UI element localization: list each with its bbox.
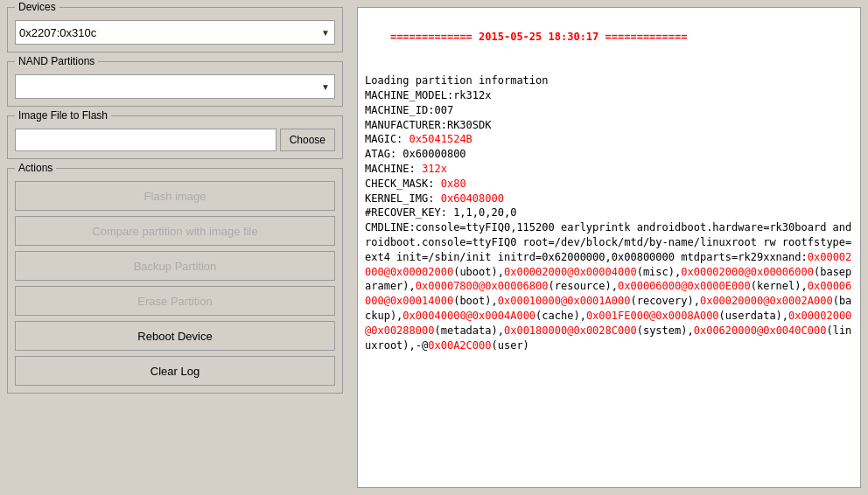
- cmdline-highlight-8: 0x00020000@0x0002A000: [700, 295, 833, 307]
- left-panel: Devices 0x2207:0x310c NAND Partitions Im…: [0, 0, 350, 495]
- devices-select[interactable]: 0x2207:0x310c: [15, 20, 335, 45]
- image-file-group: Image File to Flash Choose: [7, 115, 343, 159]
- image-file-label: Image File to Flash: [15, 109, 111, 122]
- clear-log-button[interactable]: Clear Log: [15, 356, 335, 386]
- devices-label: Devices: [15, 1, 60, 13]
- image-file-row: Choose: [15, 129, 335, 151]
- magic-value: 0x5041524B: [410, 133, 472, 145]
- cmdline-highlight-4: 0x00007800@0x00006800: [416, 280, 549, 292]
- reboot-device-button[interactable]: Reboot Device: [15, 321, 335, 351]
- cmdline-highlight-9: 0x00040000@0x0004A000: [402, 310, 536, 322]
- log-line-0: Loading partition information MACHINE_MO…: [365, 59, 853, 352]
- nand-partitions-label: NAND Partitions: [15, 55, 98, 67]
- cmdline-highlight-3: 0x00002000@0x00006000: [681, 266, 814, 278]
- erase-partition-button[interactable]: Erase Partition: [15, 286, 335, 316]
- nand-partitions-group: NAND Partitions: [7, 61, 343, 107]
- right-panel: ============= 2015-05-25 18:30:17 ======…: [350, 0, 868, 495]
- cmdline-highlight-10: 0x001FE000@0x0008A000: [586, 310, 719, 322]
- cmdline-highlight-5: 0x00006000@0x0000E000: [618, 280, 751, 292]
- nand-select[interactable]: [15, 74, 335, 99]
- compare-partition-button[interactable]: Compare partition with image file: [15, 216, 335, 246]
- machine-value: 312x: [422, 163, 447, 175]
- check-mask-value: 0x80: [441, 178, 466, 190]
- actions-label: Actions: [15, 162, 56, 174]
- kernel-img-value: 0x60408000: [441, 192, 504, 205]
- cmdline-highlight-13: 0x00620000@0x0040C000: [694, 324, 827, 337]
- cmdline-highlight-7: 0x00010000@0x0001A000: [498, 295, 631, 307]
- nand-select-wrapper[interactable]: [15, 74, 335, 99]
- actions-group: Actions Flash image Compare partition wi…: [7, 168, 343, 394]
- log-timestamp: ============= 2015-05-25 18:30:17 ======…: [390, 31, 688, 43]
- backup-partition-button[interactable]: Backup Partition: [15, 251, 335, 281]
- choose-button[interactable]: Choose: [280, 129, 335, 151]
- devices-select-wrapper[interactable]: 0x2207:0x310c: [15, 20, 335, 45]
- devices-group: Devices 0x2207:0x310c: [7, 7, 343, 52]
- image-file-input[interactable]: [15, 129, 276, 151]
- log-area[interactable]: ============= 2015-05-25 18:30:17 ======…: [357, 7, 861, 488]
- flash-image-button[interactable]: Flash image: [15, 181, 335, 211]
- cmdline-highlight-14: 0x00A2C000: [428, 339, 491, 352]
- cmdline-highlight-2: 0x00002000@0x00004000: [504, 266, 637, 278]
- cmdline-highlight-12: 0x00180000@0x0028C000: [504, 324, 637, 337]
